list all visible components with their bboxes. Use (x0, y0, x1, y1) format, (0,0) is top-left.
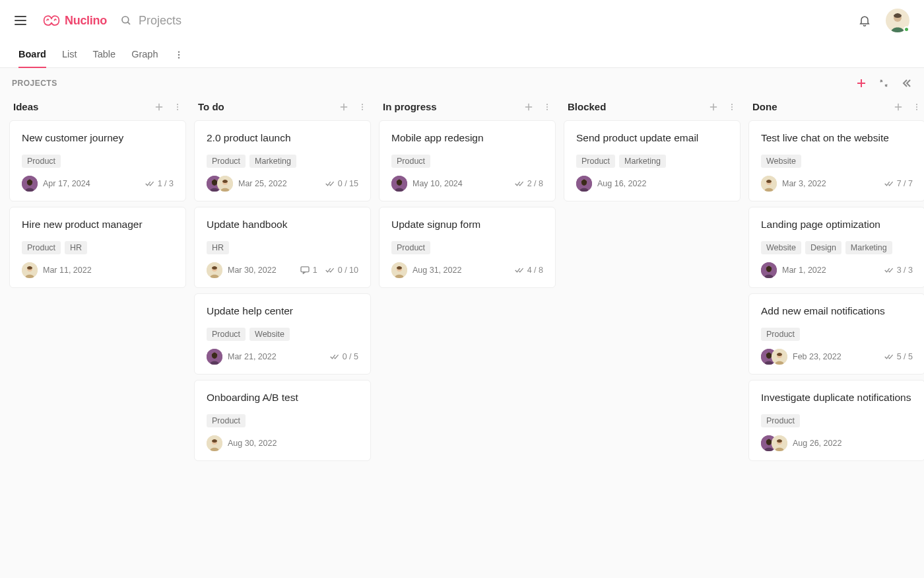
card-footer: May 10, 20242 / 8 (391, 176, 543, 192)
board-card[interactable]: Update signup formProductAug 31, 20224 /… (379, 207, 556, 288)
svg-point-20 (362, 106, 363, 107)
card-date: Mar 25, 2022 (238, 179, 287, 188)
assignees (391, 176, 407, 192)
card-tag: Product (22, 155, 61, 168)
card-tag: Product (761, 328, 800, 341)
board-card[interactable]: Hire new product managerProductHRMar 11,… (9, 207, 186, 288)
board-card[interactable]: Onboarding A/B testProductAug 30, 2022 (194, 380, 371, 461)
column-add-button[interactable] (154, 102, 164, 112)
column-header: To do (194, 96, 371, 120)
card-meta-right: 10 / 10 (300, 266, 358, 275)
svg-point-35 (546, 104, 548, 105)
board-card[interactable]: Update handbookHRMar 30, 202210 / 10 (194, 207, 371, 288)
card-date: Aug 26, 2022 (793, 439, 842, 448)
tab-graph[interactable]: Graph (131, 42, 158, 67)
card-title: 2.0 product launch (207, 131, 358, 145)
assignee-avatar (391, 262, 407, 278)
board-column: BlockedSend product update emailProductM… (564, 96, 741, 466)
header-actions (858, 9, 909, 32)
column-add-button[interactable] (339, 102, 348, 112)
card-meta-left: Feb 23, 2022 (761, 349, 842, 365)
column-actions (524, 102, 552, 112)
board-card[interactable]: Update help centerProductWebsiteMar 21, … (194, 293, 371, 375)
assignee-avatar (207, 435, 222, 451)
column-more-icon[interactable] (912, 102, 921, 112)
svg-point-52 (916, 106, 917, 107)
svg-point-51 (916, 104, 917, 105)
tab-table[interactable]: Table (92, 42, 116, 67)
notifications-icon[interactable] (858, 14, 871, 27)
card-meta-left: Aug 31, 2022 (391, 262, 461, 278)
card-tag: Product (391, 241, 430, 254)
assignee-avatar (207, 262, 222, 278)
board-card[interactable]: Send product update emailProductMarketin… (564, 120, 741, 201)
card-tag: Design (805, 241, 842, 254)
card-meta-right: 0 / 5 (330, 352, 358, 361)
card-tags: Product (391, 155, 543, 168)
tabs-more-icon[interactable] (174, 50, 184, 60)
card-tag: Website (761, 241, 801, 254)
column-add-button[interactable] (524, 102, 533, 112)
comments-count: 1 (300, 266, 317, 275)
collapse-icon[interactable] (878, 77, 890, 89)
column-actions (154, 102, 182, 112)
card-meta-right: 0 / 15 (325, 179, 358, 188)
checklist-progress: 0 / 15 (325, 179, 358, 188)
column-title: Blocked (568, 101, 606, 112)
checklist-progress: 1 / 3 (145, 179, 174, 188)
card-date: Mar 21, 2022 (228, 352, 277, 361)
card-tags: Product (761, 328, 913, 341)
add-item-button[interactable] (855, 77, 867, 89)
assignee-avatar (217, 176, 233, 192)
svg-point-12 (177, 108, 178, 110)
card-footer: Mar 11, 2022 (22, 262, 174, 278)
board-card[interactable]: 2.0 product launchProductMarketingMar 25… (194, 120, 371, 201)
board-card[interactable]: New customer journeyProductApr 17, 20241… (9, 120, 186, 201)
brain-icon (42, 14, 61, 27)
board-card[interactable]: Add new email notificationsProductFeb 23… (748, 293, 924, 375)
assignees (576, 176, 592, 192)
assignee-avatar (207, 349, 222, 365)
tab-list[interactable]: List (62, 42, 77, 67)
brand-name: Nuclino (65, 14, 107, 28)
board-card[interactable]: Landing page optimizationWebsiteDesignMa… (748, 207, 924, 288)
search-bar[interactable]: Projects (120, 14, 858, 28)
card-title: Update help center (207, 305, 358, 318)
column-more-icon[interactable] (358, 102, 367, 112)
card-tags: Product (207, 414, 358, 427)
svg-point-11 (177, 106, 178, 107)
card-tags: Product (22, 155, 174, 168)
expand-panel-icon[interactable] (900, 77, 912, 89)
board-card[interactable]: Test live chat on the websiteWebsiteMar … (748, 120, 924, 201)
brand-logo[interactable]: Nuclino (42, 14, 107, 28)
svg-point-0 (122, 17, 129, 23)
column-more-icon[interactable] (543, 102, 552, 112)
card-footer: Aug 16, 2022 (576, 176, 728, 192)
column-add-button[interactable] (894, 102, 903, 112)
board-card[interactable]: Mobile app redesignProductMay 10, 20242 … (379, 120, 556, 201)
user-avatar[interactable] (886, 9, 909, 32)
column-add-button[interactable] (709, 102, 718, 112)
card-meta-left: Mar 30, 2022 (207, 262, 277, 278)
card-tags: ProductHR (22, 241, 174, 254)
card-tag: HR (207, 241, 229, 254)
card-meta-left: Aug 16, 2022 (576, 176, 646, 192)
card-tag: Website (249, 328, 290, 341)
app-header: Nuclino Projects (0, 0, 924, 42)
assignee-avatar (772, 435, 787, 451)
column-more-icon[interactable] (173, 102, 182, 112)
card-meta-left: Mar 25, 2022 (207, 176, 287, 192)
menu-button[interactable] (15, 13, 30, 28)
card-footer: Aug 31, 20224 / 8 (391, 262, 543, 278)
card-meta-right: 7 / 7 (884, 179, 913, 188)
checklist-progress: 4 / 8 (515, 266, 543, 275)
board-card[interactable]: Investigate duplicate notificationsProdu… (748, 380, 924, 461)
status-online-icon (904, 26, 909, 32)
card-meta-left: Mar 1, 2022 (761, 262, 826, 278)
card-tag: Product (576, 155, 615, 168)
column-more-icon[interactable] (727, 102, 737, 112)
card-date: Mar 3, 2022 (782, 179, 826, 188)
svg-point-10 (177, 104, 178, 105)
card-meta-right: 4 / 8 (515, 266, 543, 275)
tab-board[interactable]: Board (18, 42, 46, 68)
